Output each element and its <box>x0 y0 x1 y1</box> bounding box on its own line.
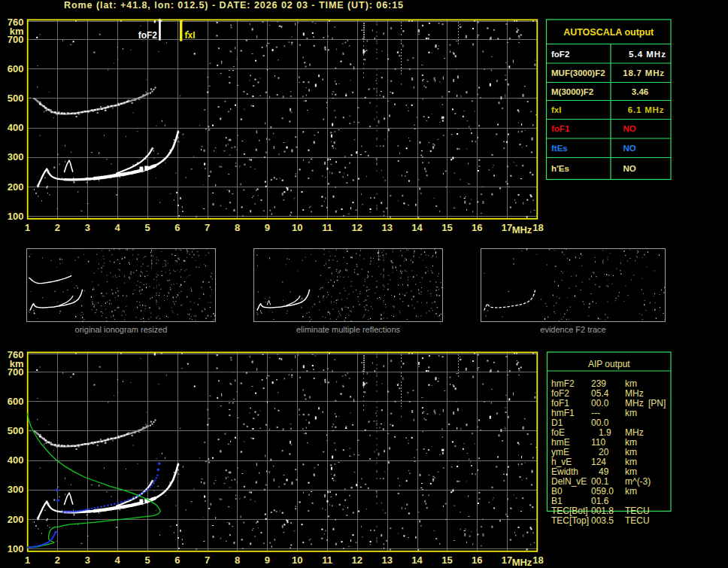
svg-text:TECU: TECU <box>625 506 650 516</box>
svg-text:km: km <box>625 437 637 448</box>
svg-text:100: 100 <box>8 543 24 554</box>
svg-text:20: 20 <box>591 447 609 457</box>
svg-text:m^(-3): m^(-3) <box>625 476 651 487</box>
svg-text:500: 500 <box>8 425 24 436</box>
svg-text:NO: NO <box>623 164 635 173</box>
svg-text:3: 3 <box>85 222 90 233</box>
svg-text:DelN_vE: DelN_vE <box>551 476 587 487</box>
svg-text:8: 8 <box>235 222 240 233</box>
svg-text:3: 3 <box>85 554 90 566</box>
svg-text:hmF1: hmF1 <box>551 408 575 418</box>
svg-text:MHz: MHz <box>625 398 644 409</box>
svg-text:6: 6 <box>174 222 180 233</box>
svg-text:17: 17 <box>502 554 512 566</box>
svg-text:49: 49 <box>591 466 609 477</box>
svg-text:AUTOSCALA output: AUTOSCALA output <box>563 27 654 38</box>
svg-text:3.46: 3.46 <box>632 87 648 96</box>
svg-text:foE: foE <box>551 427 565 438</box>
svg-text:18: 18 <box>532 222 543 233</box>
svg-text:13: 13 <box>381 554 392 566</box>
svg-text:11: 11 <box>322 554 332 566</box>
svg-text:MUF(3000)F2: MUF(3000)F2 <box>551 68 605 77</box>
svg-text:hmF2: hmF2 <box>551 378 575 389</box>
svg-text:ymE: ymE <box>551 447 569 457</box>
svg-text:15: 15 <box>441 222 452 233</box>
svg-text:10: 10 <box>292 222 302 233</box>
svg-text:[PN]: [PN] <box>648 398 666 409</box>
svg-text:AIP output: AIP output <box>588 359 630 369</box>
svg-text:600: 600 <box>8 63 24 74</box>
svg-text:4: 4 <box>114 554 120 566</box>
svg-text:600: 600 <box>8 396 24 407</box>
svg-text:8: 8 <box>235 554 240 566</box>
svg-text:16: 16 <box>472 222 482 233</box>
svg-text:original ionogram resized: original ionogram resized <box>75 325 168 334</box>
svg-text:00.0: 00.0 <box>591 418 609 428</box>
svg-text:B1: B1 <box>551 496 563 506</box>
svg-text:evidence F2 trace: evidence F2 trace <box>540 325 605 334</box>
svg-text:6: 6 <box>174 554 180 566</box>
svg-text:700: 700 <box>8 366 24 378</box>
svg-text:10: 10 <box>292 554 302 566</box>
svg-text:6.1 MHz: 6.1 MHz <box>628 105 664 114</box>
svg-text:foF2: foF2 <box>551 388 569 399</box>
svg-text:km: km <box>625 408 637 418</box>
svg-text:12: 12 <box>352 554 362 566</box>
svg-text:MHz: MHz <box>512 557 532 568</box>
svg-text:NO: NO <box>623 124 635 133</box>
svg-text:foF2: foF2 <box>138 30 158 41</box>
svg-text:110: 110 <box>591 437 605 448</box>
svg-text:059.0: 059.0 <box>591 486 614 497</box>
svg-text:11: 11 <box>322 222 332 233</box>
svg-text:Rome (lat: +41.8, lon: 012.5): Rome (lat: +41.8, lon: 012.5) - DATE: 20… <box>64 0 404 11</box>
svg-text:km: km <box>625 486 637 497</box>
svg-text:500: 500 <box>8 93 24 104</box>
svg-text:foF2: foF2 <box>551 50 569 59</box>
svg-text:14: 14 <box>411 554 423 566</box>
svg-text:00.1: 00.1 <box>591 476 609 487</box>
svg-text:5: 5 <box>144 554 150 566</box>
svg-text:TEC[Bot]: TEC[Bot] <box>551 506 588 516</box>
svg-text:eliminate multiple reflections: eliminate multiple reflections <box>296 325 401 334</box>
svg-text:00.0: 00.0 <box>591 398 609 409</box>
svg-text:13: 13 <box>381 222 392 233</box>
svg-text:14: 14 <box>411 222 423 233</box>
svg-text:5.4 MHz: 5.4 MHz <box>629 50 666 59</box>
svg-text:1: 1 <box>25 554 30 566</box>
svg-text:km: km <box>625 447 637 457</box>
svg-text:ftEs: ftEs <box>551 144 568 153</box>
svg-text:700: 700 <box>8 34 24 45</box>
svg-text:B0: B0 <box>551 486 563 497</box>
svg-text:km: km <box>625 466 637 477</box>
svg-text:5: 5 <box>144 222 150 233</box>
svg-text:12: 12 <box>352 222 362 233</box>
svg-text:MHz: MHz <box>625 427 644 438</box>
svg-text:7: 7 <box>205 554 210 566</box>
svg-text:NO: NO <box>623 144 635 153</box>
svg-text:D1: D1 <box>551 418 563 428</box>
svg-text:h_vE: h_vE <box>551 457 572 467</box>
svg-text:9: 9 <box>265 554 270 566</box>
svg-text:7: 7 <box>205 222 210 233</box>
svg-text:100: 100 <box>8 211 24 222</box>
svg-text:fxI: fxI <box>185 30 196 41</box>
svg-text:---: --- <box>591 408 600 418</box>
svg-text:2: 2 <box>55 554 60 566</box>
svg-text:1.9: 1.9 <box>591 427 611 438</box>
svg-text:16: 16 <box>472 554 482 566</box>
svg-text:400: 400 <box>8 454 24 466</box>
svg-text:003.5: 003.5 <box>591 515 614 526</box>
svg-text:300: 300 <box>8 151 24 163</box>
svg-text:foF1: foF1 <box>551 398 569 409</box>
svg-text:km: km <box>625 457 637 467</box>
svg-text:400: 400 <box>8 122 24 133</box>
svg-text:TEC[Top]: TEC[Top] <box>551 515 589 526</box>
svg-text:239: 239 <box>591 378 606 389</box>
svg-text:200: 200 <box>8 181 24 193</box>
svg-text:15: 15 <box>441 554 452 566</box>
svg-text:M(3000)F2: M(3000)F2 <box>551 87 593 96</box>
svg-text:9: 9 <box>265 222 270 233</box>
svg-text:1: 1 <box>25 222 30 233</box>
svg-text:17: 17 <box>502 222 512 233</box>
svg-text:km: km <box>625 378 637 389</box>
